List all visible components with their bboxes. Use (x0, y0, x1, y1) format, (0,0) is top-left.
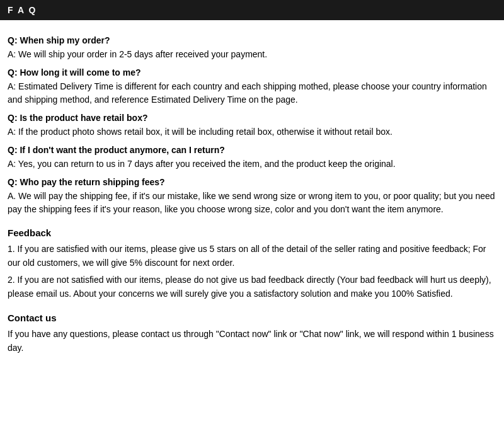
faq-title: F A Q (8, 5, 37, 15)
question-2: Q: How long it will come to me? (8, 67, 496, 77)
feedback-item-2: 2. If you are not satisfied with our ite… (8, 273, 496, 301)
question-5: Q: Who pay the return shipping fees? (8, 177, 496, 187)
feedback-item-1: 1. If you are satisfied with our items, … (8, 242, 496, 270)
question-3: Q: Is the product have retail box? (8, 113, 496, 123)
main-content: Q: When ship my order? A: We will ship y… (0, 26, 504, 362)
answer-3: A: If the product photo shows retail box… (8, 125, 496, 139)
contact-text: If you have any questions, please contac… (8, 327, 496, 355)
faq-header: F A Q (0, 0, 504, 20)
feedback-title: Feedback (8, 227, 496, 238)
faq-item-2: Q: How long it will come to me? A: Estim… (8, 67, 496, 106)
faq-item-3: Q: Is the product have retail box? A: If… (8, 113, 496, 139)
answer-2: A: Estimated Delivery Time is different … (8, 80, 496, 106)
faq-item-5: Q: Who pay the return shipping fees? A. … (8, 177, 496, 216)
answer-4: A: Yes, you can return to us in 7 days a… (8, 158, 496, 171)
faq-item-1: Q: When ship my order? A: We will ship y… (8, 35, 496, 61)
faq-item-4: Q: If I don't want the product anymore, … (8, 145, 496, 171)
answer-5: A. We will pay the shipping fee, if it's… (8, 190, 496, 216)
question-1: Q: When ship my order? (8, 35, 496, 45)
contact-title: Contact us (8, 312, 496, 323)
feedback-section: Feedback 1. If you are satisfied with ou… (8, 227, 496, 301)
question-4: Q: If I don't want the product anymore, … (8, 145, 496, 155)
faq-section: Q: When ship my order? A: We will ship y… (8, 35, 496, 216)
contact-section: Contact us If you have any questions, pl… (8, 312, 496, 355)
answer-1: A: We will ship your order in 2-5 days a… (8, 48, 496, 61)
